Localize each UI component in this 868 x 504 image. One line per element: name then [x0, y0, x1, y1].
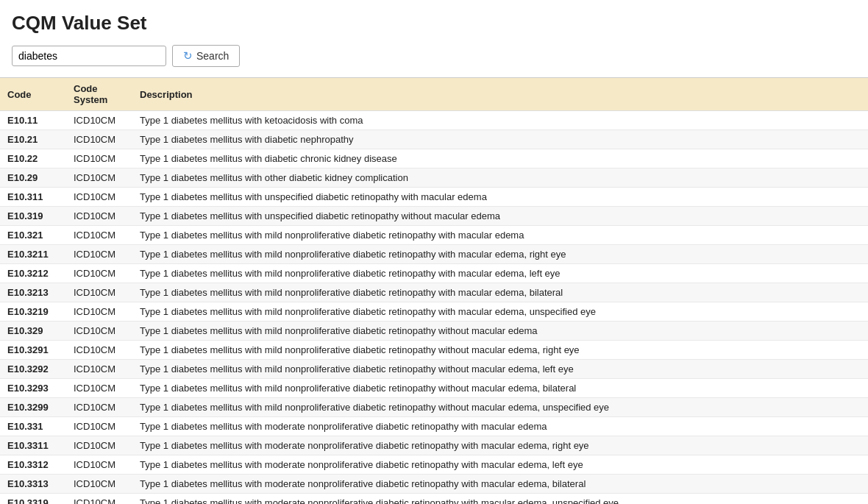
cell-code: E10.11	[0, 111, 66, 130]
column-header-system: Code System	[66, 78, 132, 111]
cell-code: E10.3311	[0, 436, 66, 455]
cell-code: E10.331	[0, 417, 66, 436]
cell-code: E10.3213	[0, 283, 66, 302]
results-table: Code Code System Description E10.11ICD10…	[0, 78, 868, 504]
cell-system: ICD10CM	[66, 341, 132, 360]
table-row: E10.11ICD10CMType 1 diabetes mellitus wi…	[0, 111, 868, 130]
cell-description: Type 1 diabetes mellitus with mild nonpr…	[132, 245, 868, 264]
cell-system: ICD10CM	[66, 398, 132, 417]
cell-system: ICD10CM	[66, 188, 132, 207]
refresh-icon: ↻	[183, 49, 193, 63]
table-row: E10.3299ICD10CMType 1 diabetes mellitus …	[0, 398, 868, 417]
page-title: CQM Value Set	[12, 12, 856, 35]
table-row: E10.3311ICD10CMType 1 diabetes mellitus …	[0, 436, 868, 455]
cell-description: Type 1 diabetes mellitus with diabetic n…	[132, 130, 868, 149]
cell-system: ICD10CM	[66, 436, 132, 455]
table-row: E10.22ICD10CMType 1 diabetes mellitus wi…	[0, 149, 868, 168]
table-row: E10.319ICD10CMType 1 diabetes mellitus w…	[0, 207, 868, 226]
cell-code: E10.3291	[0, 341, 66, 360]
cell-description: Type 1 diabetes mellitus with ketoacidos…	[132, 111, 868, 130]
cell-description: Type 1 diabetes mellitus with moderate n…	[132, 455, 868, 475]
cell-description: Type 1 diabetes mellitus with mild nonpr…	[132, 264, 868, 283]
cell-description: Type 1 diabetes mellitus with mild nonpr…	[132, 226, 868, 245]
cell-system: ICD10CM	[66, 130, 132, 149]
cell-code: E10.3211	[0, 245, 66, 264]
cell-description: Type 1 diabetes mellitus with mild nonpr…	[132, 322, 868, 341]
cell-system: ICD10CM	[66, 360, 132, 379]
cell-system: ICD10CM	[66, 168, 132, 188]
cell-description: Type 1 diabetes mellitus with unspecifie…	[132, 207, 868, 226]
cell-code: E10.3299	[0, 398, 66, 417]
cell-system: ICD10CM	[66, 455, 132, 475]
cell-code: E10.329	[0, 322, 66, 341]
table-row: E10.321ICD10CMType 1 diabetes mellitus w…	[0, 226, 868, 245]
cell-code: E10.3319	[0, 494, 66, 505]
table-row: E10.3213ICD10CMType 1 diabetes mellitus …	[0, 283, 868, 302]
cell-description: Type 1 diabetes mellitus with diabetic c…	[132, 149, 868, 168]
table-row: E10.311ICD10CMType 1 diabetes mellitus w…	[0, 188, 868, 207]
cell-description: Type 1 diabetes mellitus with mild nonpr…	[132, 360, 868, 379]
table-row: E10.331ICD10CMType 1 diabetes mellitus w…	[0, 417, 868, 436]
cell-description: Type 1 diabetes mellitus with moderate n…	[132, 475, 868, 494]
cell-code: E10.311	[0, 188, 66, 207]
cell-system: ICD10CM	[66, 475, 132, 494]
cell-system: ICD10CM	[66, 207, 132, 226]
cell-system: ICD10CM	[66, 417, 132, 436]
table-row: E10.3313ICD10CMType 1 diabetes mellitus …	[0, 475, 868, 494]
cell-description: Type 1 diabetes mellitus with moderate n…	[132, 436, 868, 455]
search-bar: ↻ Search	[12, 45, 856, 67]
cell-description: Type 1 diabetes mellitus with mild nonpr…	[132, 302, 868, 322]
cell-code: E10.22	[0, 149, 66, 168]
cell-code: E10.29	[0, 168, 66, 188]
cell-code: E10.319	[0, 207, 66, 226]
page-header: CQM Value Set ↻ Search	[0, 0, 868, 78]
column-header-code: Code	[0, 78, 66, 111]
cell-system: ICD10CM	[66, 283, 132, 302]
table-row: E10.21ICD10CMType 1 diabetes mellitus wi…	[0, 130, 868, 149]
cell-description: Type 1 diabetes mellitus with moderate n…	[132, 417, 868, 436]
cell-code: E10.3212	[0, 264, 66, 283]
cell-system: ICD10CM	[66, 245, 132, 264]
cell-code: E10.3293	[0, 379, 66, 398]
table-row: E10.3291ICD10CMType 1 diabetes mellitus …	[0, 341, 868, 360]
cell-description: Type 1 diabetes mellitus with other diab…	[132, 168, 868, 188]
search-button-label: Search	[196, 50, 229, 62]
table-row: E10.3211ICD10CMType 1 diabetes mellitus …	[0, 245, 868, 264]
search-button[interactable]: ↻ Search	[172, 45, 240, 67]
cell-description: Type 1 diabetes mellitus with mild nonpr…	[132, 398, 868, 417]
cell-description: Type 1 diabetes mellitus with unspecifie…	[132, 188, 868, 207]
cell-system: ICD10CM	[66, 494, 132, 505]
cell-description: Type 1 diabetes mellitus with mild nonpr…	[132, 341, 868, 360]
cell-code: E10.21	[0, 130, 66, 149]
cell-code: E10.321	[0, 226, 66, 245]
table-row: E10.3293ICD10CMType 1 diabetes mellitus …	[0, 379, 868, 398]
cell-system: ICD10CM	[66, 149, 132, 168]
cell-system: ICD10CM	[66, 264, 132, 283]
cell-code: E10.3219	[0, 302, 66, 322]
cell-system: ICD10CM	[66, 111, 132, 130]
search-input[interactable]	[12, 46, 166, 66]
cell-description: Type 1 diabetes mellitus with mild nonpr…	[132, 283, 868, 302]
table-row: E10.3219ICD10CMType 1 diabetes mellitus …	[0, 302, 868, 322]
table-row: E10.3212ICD10CMType 1 diabetes mellitus …	[0, 264, 868, 283]
cell-system: ICD10CM	[66, 322, 132, 341]
table-row: E10.29ICD10CMType 1 diabetes mellitus wi…	[0, 168, 868, 188]
table-row: E10.3292ICD10CMType 1 diabetes mellitus …	[0, 360, 868, 379]
cell-system: ICD10CM	[66, 379, 132, 398]
table-row: E10.329ICD10CMType 1 diabetes mellitus w…	[0, 322, 868, 341]
table-row: E10.3312ICD10CMType 1 diabetes mellitus …	[0, 455, 868, 475]
cell-system: ICD10CM	[66, 302, 132, 322]
cell-system: ICD10CM	[66, 226, 132, 245]
table-header: Code Code System Description	[0, 78, 868, 111]
cell-description: Type 1 diabetes mellitus with mild nonpr…	[132, 379, 868, 398]
cell-code: E10.3313	[0, 475, 66, 494]
cell-code: E10.3292	[0, 360, 66, 379]
column-header-description: Description	[132, 78, 868, 111]
table-row: E10.3319ICD10CMType 1 diabetes mellitus …	[0, 494, 868, 505]
table-body: E10.11ICD10CMType 1 diabetes mellitus wi…	[0, 111, 868, 505]
cell-description: Type 1 diabetes mellitus with moderate n…	[132, 494, 868, 505]
cell-code: E10.3312	[0, 455, 66, 475]
